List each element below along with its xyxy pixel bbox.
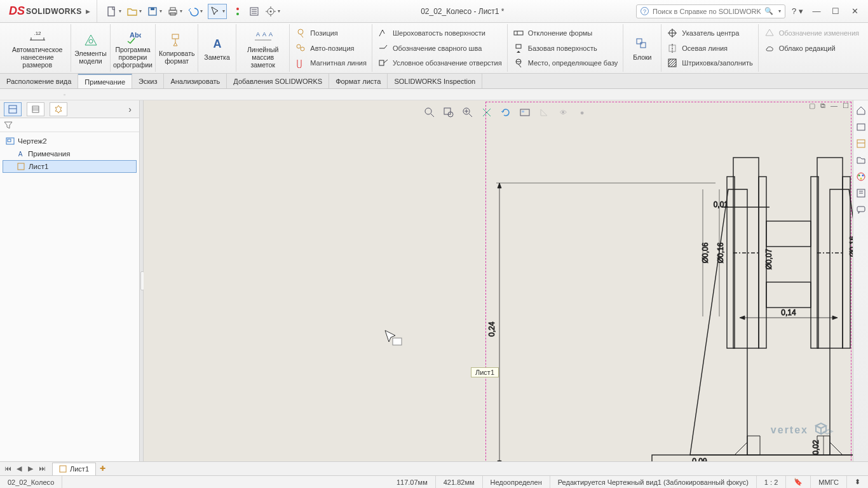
revision-cloud-button[interactable]: Облако редакций (763, 41, 860, 56)
tree-sheet1[interactable]: Лист1 (3, 160, 137, 173)
area-hatch-button[interactable]: Штриховка/заполнить (665, 55, 754, 71)
tab-addins[interactable]: Добавления SOLIDWORKS (227, 74, 329, 88)
main-area: › Чертеж2 A Примечания Лист1 ▢ ⧉ — ☐ ✕ (0, 100, 868, 461)
sheet-last-icon[interactable]: ⏭ (37, 464, 47, 473)
previous-view-icon[interactable] (461, 105, 475, 119)
sheet-icon (16, 161, 26, 172)
hide-show-icon[interactable] (537, 105, 551, 119)
zoom-area-icon[interactable] (442, 105, 456, 119)
configuration-tab[interactable] (50, 102, 67, 116)
linear-pattern-button[interactable]: AAA Линейный массив заметок (236, 24, 290, 72)
status-units[interactable]: ММГС (811, 476, 847, 488)
svg-line-27 (301, 34, 303, 37)
save-button[interactable]: ▾ (147, 6, 162, 17)
balloon-button[interactable]: Позиция (294, 25, 368, 41)
model-items-button[interactable]: Элементы модели (71, 24, 110, 72)
geometric-tolerance-button[interactable]: Отклонение формы (512, 25, 620, 41)
revision-symbol-button[interactable]: Обозначение изменения (763, 25, 860, 41)
tab-inspection[interactable]: SOLIDWORKS Inspection (388, 74, 482, 88)
tab-annotation[interactable]: Примечание (78, 74, 132, 88)
close-button[interactable]: ✕ (848, 4, 862, 18)
svg-rect-53 (32, 106, 39, 112)
viewport-link-icon[interactable]: ⧉ (820, 102, 825, 110)
property-manager-tab[interactable] (27, 102, 44, 116)
center-mark-button[interactable]: Указатель центра (665, 25, 754, 41)
new-doc-button[interactable]: ▾ (106, 6, 121, 17)
svg-point-19 (89, 39, 93, 43)
datum-target-button[interactable]: Место, определяющее базу (512, 55, 620, 71)
sheet-tab-1[interactable]: Лист1 (52, 463, 96, 475)
file-properties-button[interactable] (248, 6, 260, 17)
zoom-fit-icon[interactable] (423, 105, 437, 119)
hole-callout-button[interactable]: Условное обозначение отверстия (376, 55, 503, 71)
sheet-prev-icon[interactable]: ◀ (14, 464, 24, 473)
sheet-next-icon[interactable]: ▶ (25, 464, 36, 473)
tab-view-layout[interactable]: Расположение вида (0, 74, 78, 88)
help-icon: ? (641, 7, 649, 15)
add-sheet-button[interactable]: ✚ (100, 464, 105, 473)
magnetic-line-button[interactable]: Магнитная линия (294, 55, 368, 71)
view-settings-icon[interactable]: 👁 (556, 105, 570, 119)
search-icon[interactable]: 🔍 (764, 7, 773, 15)
viewport-max-icon[interactable]: ☐ (843, 102, 849, 110)
centerline-button[interactable]: Осевая линия (665, 41, 754, 56)
rebuild-button[interactable] (232, 6, 243, 17)
select-button[interactable]: ▾ (208, 4, 227, 19)
menu-expand-icon[interactable]: ▶ (86, 8, 90, 15)
undo-button[interactable]: ▾ (187, 6, 203, 17)
autodimension-button[interactable]: .12 Автоматическое нанесение размеров (4, 24, 71, 72)
blocks-button[interactable]: Блоки (623, 24, 661, 72)
status-scale[interactable]: 1 : 2 (757, 476, 786, 488)
revision-group: Обозначение изменения Облако редакций . (759, 24, 864, 72)
svg-text:A: A (269, 31, 273, 37)
svg-line-50 (674, 64, 676, 67)
library-icon[interactable] (855, 137, 867, 150)
maximize-button[interactable]: ☐ (829, 4, 843, 18)
home-icon[interactable] (855, 104, 867, 117)
format-painter-button[interactable]: Копировать формат (156, 24, 198, 72)
spellcheck-button[interactable]: Abc Программа проверки орфографии (111, 24, 156, 72)
note-button[interactable]: A Заметка (198, 24, 236, 72)
apply-scene-icon[interactable]: ● (575, 105, 589, 119)
minimize-button[interactable]: — (810, 4, 824, 18)
forum-icon[interactable] (855, 203, 867, 216)
autoballoon-button[interactable]: Авто-позиция (294, 41, 368, 56)
tab-sheet-format[interactable]: Формат листа (329, 74, 388, 88)
feature-tree-tab[interactable] (4, 102, 22, 116)
tab-evaluate[interactable]: Анализировать (164, 74, 227, 88)
viewport-min-icon[interactable]: — (831, 102, 837, 110)
weld-symbol-button[interactable]: Обозначение сварного шва (376, 41, 503, 56)
status-tags-icon[interactable]: 🔖 (786, 476, 811, 488)
svg-text:Ø0,16: Ø0,16 (716, 242, 725, 263)
options-button[interactable]: ▾ (265, 6, 280, 17)
file-explorer-icon[interactable] (855, 154, 867, 166)
rotate-view-icon[interactable] (499, 105, 513, 119)
print-button[interactable]: ▾ (167, 6, 182, 17)
svg-rect-75 (766, 221, 811, 247)
feature-manager-panel: › Чертеж2 A Примечания Лист1 (0, 100, 140, 461)
section-view-icon[interactable] (480, 105, 494, 119)
appearances-icon[interactable] (855, 170, 867, 183)
viewport-single-icon[interactable]: ▢ (809, 102, 815, 110)
help-search[interactable]: ? 🔍▾ (636, 4, 785, 18)
resources-icon[interactable] (855, 121, 867, 133)
help-search-input[interactable] (653, 8, 761, 15)
display-style-icon[interactable] (518, 105, 532, 119)
panel-expand-icon[interactable]: › (128, 104, 135, 114)
tree-root-drawing[interactable]: Чертеж2 (3, 135, 137, 147)
svg-point-29 (301, 47, 304, 51)
title-bar: DS SOLIDWORKS ▶ ▾ ▾ ▾ ▾ ▾ ▾ ▾ 02_02_Коле… (0, 0, 868, 23)
help-dropdown-button[interactable]: ? ▾ (790, 4, 804, 18)
sheet-first-icon[interactable]: ⏮ (3, 464, 13, 473)
tree-annotations[interactable]: A Примечания (3, 147, 137, 160)
datum-feature-button[interactable]: Базовая поверхность (512, 41, 620, 56)
open-button[interactable]: ▾ (126, 6, 142, 17)
status-macro-icon[interactable]: ⬍ (847, 476, 868, 488)
balloon-group: Позиция Авто-позиция Магнитная линия (290, 24, 372, 72)
tree-filter-bar[interactable] (0, 118, 139, 132)
drawing-canvas[interactable]: ▢ ⧉ — ☐ ✕ 👁 ● (144, 100, 868, 461)
tab-sketch[interactable]: Эскиз (132, 74, 164, 88)
custom-props-icon[interactable] (855, 187, 867, 200)
surface-finish-button[interactable]: Шероховатость поверхности (376, 25, 503, 41)
svg-text:Ø0,07: Ø0,07 (764, 248, 773, 269)
